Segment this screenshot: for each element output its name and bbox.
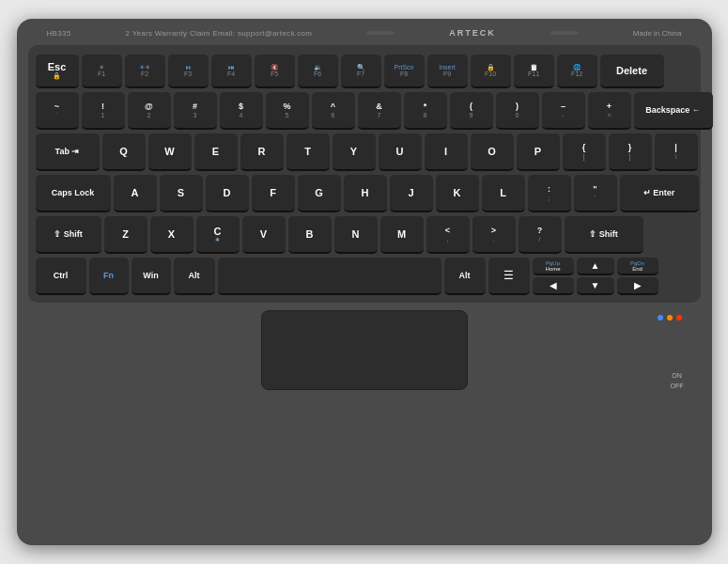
key-4[interactable]: $ 4: [220, 92, 263, 130]
key-s[interactable]: S: [160, 175, 203, 212]
key-m[interactable]: M: [380, 216, 424, 254]
key-arrow-right[interactable]: ▶: [617, 277, 658, 295]
key-h[interactable]: H: [344, 175, 387, 212]
key-period[interactable]: > .: [472, 216, 516, 254]
key-right-shift[interactable]: ⇧ Shift: [565, 216, 643, 254]
key-3[interactable]: # 3: [174, 92, 217, 130]
key-quote[interactable]: " ': [574, 175, 617, 212]
fn-row: Esc 🔒 ☀ F1 ☀☀ F2 ⏯ F3: [36, 55, 693, 88]
top-bar: HB335 2 Years Warranty Claim Email: supp…: [28, 26, 701, 39]
key-left-shift[interactable]: ⇧ Shift: [36, 216, 101, 254]
key-semicolon[interactable]: : ;: [528, 175, 571, 212]
key-tab[interactable]: Tab ⇥: [36, 133, 100, 171]
keyboard-area: Esc 🔒 ☀ F1 ☀☀ F2 ⏯ F3: [28, 45, 701, 303]
key-esc[interactable]: Esc 🔒: [36, 55, 79, 88]
key-n[interactable]: N: [334, 216, 378, 254]
key-2[interactable]: @ 2: [128, 92, 171, 130]
key-w[interactable]: W: [148, 133, 192, 171]
key-tilde[interactable]: ~ `: [36, 92, 79, 130]
key-comma[interactable]: < ,: [426, 216, 470, 254]
key-g[interactable]: G: [298, 175, 341, 212]
key-f2[interactable]: ☀☀ F2: [125, 55, 165, 88]
keyboard-device: HB335 2 Years Warranty Claim Email: supp…: [17, 19, 712, 545]
indicator-dot-red: [676, 315, 682, 321]
key-lbracket[interactable]: { [: [563, 133, 606, 171]
touchpad[interactable]: [261, 310, 468, 390]
indicator-dot-blue: [658, 315, 663, 321]
warranty-text: 2 Years Warranty Claim Email: support@ar…: [126, 29, 313, 38]
touchpad-area: ON OFF: [28, 310, 701, 390]
key-f8[interactable]: PrtScn F8: [384, 55, 425, 88]
key-arrow-left[interactable]: ◀: [533, 277, 574, 295]
key-left-alt[interactable]: Alt: [174, 258, 215, 295]
key-8[interactable]: * 8: [404, 92, 447, 130]
key-right-alt[interactable]: Alt: [444, 258, 486, 295]
key-q[interactable]: Q: [102, 133, 146, 171]
key-v[interactable]: V: [242, 216, 286, 254]
key-ctrl[interactable]: Ctrl: [36, 258, 86, 295]
key-f11[interactable]: 📋 F11: [514, 55, 554, 88]
onoff-switch[interactable]: ON OFF: [671, 371, 684, 390]
key-space[interactable]: [218, 258, 441, 295]
key-o[interactable]: O: [471, 133, 514, 171]
key-slash[interactable]: ? /: [519, 216, 562, 254]
key-t[interactable]: T: [287, 133, 330, 171]
key-f4[interactable]: ⏭ F4: [211, 55, 252, 88]
key-f9[interactable]: Insert F9: [427, 55, 468, 88]
key-i[interactable]: I: [425, 133, 468, 171]
key-u[interactable]: U: [379, 133, 422, 171]
key-b[interactable]: B: [288, 216, 332, 254]
key-j[interactable]: J: [390, 175, 433, 212]
key-home[interactable]: PgUp Home: [533, 258, 574, 275]
key-a[interactable]: A: [114, 175, 157, 212]
key-p[interactable]: P: [517, 133, 560, 171]
key-9[interactable]: ( 9: [450, 92, 493, 130]
key-6[interactable]: ^ 6: [312, 92, 355, 130]
key-l[interactable]: L: [482, 175, 525, 212]
key-f[interactable]: F: [252, 175, 295, 212]
key-delete[interactable]: Delete: [600, 55, 664, 88]
qwerty-row: Tab ⇥ Q W E R T Y U I O P { [ } ]: [36, 133, 693, 171]
key-minus[interactable]: – -: [542, 92, 585, 130]
key-menu[interactable]: ☰: [488, 258, 530, 295]
key-f5[interactable]: 🔇 F5: [255, 55, 295, 88]
key-5[interactable]: % 5: [266, 92, 309, 130]
key-f10[interactable]: 🔒 F10: [471, 55, 511, 88]
key-enter[interactable]: ↵ Enter: [620, 175, 699, 212]
key-equals[interactable]: + =: [588, 92, 631, 130]
key-y[interactable]: Y: [333, 133, 376, 171]
key-f12[interactable]: 🌐 F12: [557, 55, 597, 88]
key-k[interactable]: K: [436, 175, 479, 212]
connector-port: [366, 31, 395, 35]
nav-cluster: PgUp Home ▲ PgDn End: [533, 258, 658, 295]
key-e[interactable]: E: [194, 133, 238, 171]
key-f1[interactable]: ☀ F1: [82, 55, 122, 88]
key-pipe[interactable]: | \: [655, 133, 698, 171]
key-backspace[interactable]: Backspace ←: [634, 92, 713, 130]
key-f3[interactable]: ⏯ F3: [168, 55, 209, 88]
key-c[interactable]: C ✱: [196, 216, 240, 254]
key-arrow-up[interactable]: ▲: [577, 258, 614, 275]
key-z[interactable]: Z: [104, 216, 147, 254]
key-esc-label: Esc: [48, 62, 67, 72]
on-label: ON: [672, 371, 682, 380]
number-row: ~ ` ! 1 @ 2 # 3: [36, 92, 693, 130]
key-r[interactable]: R: [240, 133, 284, 171]
bottom-row: Ctrl Fn Win Alt Alt ☰ PgUp Home: [36, 258, 693, 295]
key-win[interactable]: Win: [132, 258, 171, 295]
key-f6[interactable]: 🔉 F6: [298, 55, 338, 88]
key-0[interactable]: ) 0: [496, 92, 539, 130]
key-arrow-down[interactable]: ▼: [577, 277, 614, 295]
key-d[interactable]: D: [206, 175, 249, 212]
key-1[interactable]: ! 1: [82, 92, 125, 130]
key-rbracket[interactable]: } ]: [609, 133, 652, 171]
key-x[interactable]: X: [150, 216, 194, 254]
key-f7[interactable]: 🔍 F7: [341, 55, 381, 88]
key-end[interactable]: PgDn End: [617, 258, 658, 275]
key-7[interactable]: & 7: [358, 92, 401, 130]
key-caps-lock[interactable]: Caps Lock: [36, 175, 111, 212]
key-fn[interactable]: Fn: [89, 258, 129, 295]
indicator-dot-orange: [667, 315, 673, 321]
indicator-dots: [658, 315, 682, 321]
shift-row: ⇧ Shift Z X C ✱ V B N M < , > .: [36, 216, 693, 254]
